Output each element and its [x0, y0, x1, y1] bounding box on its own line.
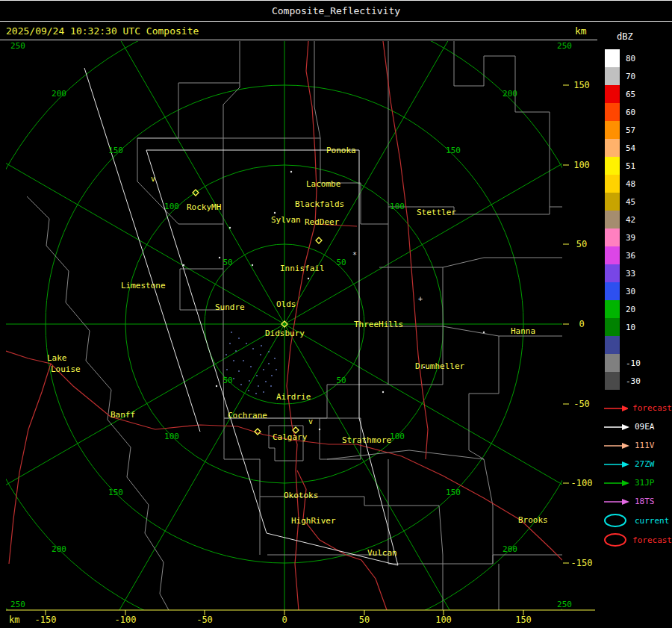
side-panel: dBZ 80706560575451484542393633302010-10-…	[597, 22, 672, 628]
town-dot	[229, 227, 231, 228]
colorbar-row: 33	[597, 264, 672, 282]
town-dot	[183, 264, 184, 266]
colorbar-row: 36	[597, 246, 672, 264]
echo-dot	[271, 375, 273, 376]
place-label: RockyMH	[187, 202, 221, 212]
bottom-axis-label: -50	[196, 615, 213, 625]
right-axis-label: 150	[573, 80, 590, 90]
colorbar-swatch	[605, 318, 620, 336]
radar-site-marker	[316, 237, 322, 243]
colorbar-swatch	[605, 211, 620, 228]
colorbar-value-label: 30	[626, 287, 635, 296]
colorbar-row: 80	[597, 49, 672, 67]
colorbar-swatch	[605, 336, 620, 354]
colorbar-swatch	[605, 228, 620, 246]
place-label: Didsbury	[265, 329, 305, 338]
colorbar-title: dBZ	[617, 31, 672, 42]
colorbar-row: 54	[597, 139, 672, 157]
colorbar-row: 57	[597, 121, 672, 139]
range-ring-label: 200	[52, 544, 66, 554]
radar-map-canvas[interactable]: vv 5010015020025050100150200250501001502…	[6, 41, 596, 628]
colorbar-value-label: 45	[626, 197, 635, 207]
echo-dot	[229, 343, 231, 344]
bottom-axis-label: 0	[281, 615, 287, 625]
colorbar-row: 10	[597, 318, 672, 336]
echo-dot	[250, 366, 252, 367]
colorbar-row: 65	[597, 85, 672, 103]
echo-dot	[246, 343, 247, 344]
colorbar-row: 51	[597, 157, 672, 175]
window-title-bar: Composite_Reflectivity	[0, 0, 672, 22]
town-dot	[308, 278, 309, 279]
echo-dot	[268, 363, 270, 364]
track-arrow-icon	[603, 460, 630, 469]
place-label: Limestone	[121, 281, 166, 290]
colorbar-swatch	[605, 49, 620, 67]
bottom-axis-unit-label: km	[9, 615, 19, 625]
range-ring-label: 150	[108, 146, 123, 155]
echo-dot	[258, 385, 259, 387]
echo-dot	[226, 369, 228, 370]
track-legend: forecast09EA111V27ZW31JP18TS currentfore…	[597, 399, 672, 550]
precip-echo-dots	[225, 332, 277, 394]
place-label: ThreeHills	[354, 320, 403, 329]
legend-track-label: 09EA	[635, 422, 655, 432]
colorbar-value-label: 33	[626, 269, 635, 279]
colorbar-value-label: 39	[626, 233, 635, 243]
echo-dot	[268, 351, 270, 352]
place-label: Banff	[111, 410, 135, 420]
colorbar-swatch	[605, 282, 620, 300]
place-label: Louise	[51, 364, 81, 374]
colorbar-value-label: 70	[626, 72, 635, 81]
place-label: Innisfail	[280, 264, 325, 273]
place-label: Calgary	[273, 432, 308, 442]
range-ring-label: 100	[164, 202, 179, 211]
colorbar-swatch	[605, 103, 620, 121]
colorbar-row: 20	[597, 300, 672, 318]
town-dot	[216, 385, 217, 387]
echo-dot	[256, 375, 258, 376]
colorbar-row: 39	[597, 228, 672, 246]
echo-dot	[225, 354, 227, 355]
legend-track-label: 18TS	[635, 497, 655, 506]
right-axis-label: -150	[571, 558, 593, 568]
v-marker: v	[308, 417, 313, 426]
colorbar-row: 60	[597, 103, 672, 121]
range-ring-label: 50	[223, 376, 232, 385]
status-bar: 2025/09/24 10:32:30 UTC Composite km	[0, 22, 597, 40]
colorbar-row: 48	[597, 175, 672, 193]
legend-track-row: 09EA	[597, 417, 672, 436]
range-ring-label: 100	[390, 202, 405, 211]
echo-dot	[238, 370, 240, 372]
colorbar-swatch	[605, 264, 620, 282]
echo-dot	[261, 345, 262, 346]
track-arrow-icon	[603, 497, 630, 506]
place-label: Lacombe	[306, 179, 340, 189]
echo-dot	[238, 338, 240, 339]
right-axis: 150100500-50-100-150	[563, 80, 592, 568]
town-dot	[483, 332, 485, 333]
echo-dot	[233, 360, 234, 361]
echo-dot	[235, 350, 237, 352]
legend-ellipse-label: current	[635, 516, 669, 526]
bottom-axis-label: 150	[515, 615, 532, 625]
colorbar-swatch	[605, 121, 620, 139]
range-ring-label: 200	[52, 89, 66, 99]
track-arrow-icon	[603, 423, 630, 432]
colorbar-value-label: 51	[626, 161, 635, 171]
town-dot	[319, 429, 320, 430]
right-axis-label: 0	[579, 319, 584, 329]
colorbar-row: -30	[597, 372, 672, 390]
echo-dot	[252, 348, 254, 349]
range-ring-label: 50	[223, 258, 232, 267]
colorbar-swatch	[605, 157, 620, 175]
colorbar-row: 42	[597, 211, 672, 228]
town-dot	[274, 212, 276, 214]
place-label: Sundre	[215, 302, 245, 312]
place-label: Drumheller	[415, 361, 465, 371]
colorbar-value-label: 60	[626, 108, 635, 117]
range-ring-label: 250	[10, 600, 25, 609]
town-dot	[219, 257, 220, 258]
place-label: Lake	[47, 353, 67, 363]
colorbar-value-label: -10	[626, 358, 641, 368]
